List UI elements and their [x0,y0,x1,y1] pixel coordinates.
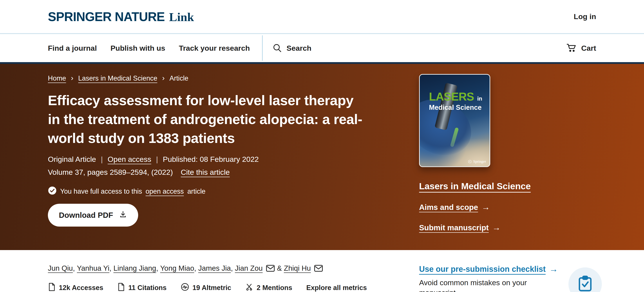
access-note-pre: You have full access to this [60,188,142,195]
author-link[interactable]: Linlang Jiang [113,263,156,273]
article-meta: Original Article | Open access | Publish… [48,155,399,164]
header-nav: Find a journalPublish with usTrack your … [0,34,644,62]
springer-nature-logo[interactable]: SPRINGER NATURE Link [48,9,194,24]
metric-text: 12k Accesses [59,284,103,292]
metric-accesses: 12k Accesses [48,283,103,292]
author-link[interactable]: James Jia [198,263,231,273]
aims-and-scope-label[interactable]: Aims and scope [419,203,478,212]
open-access-link[interactable]: Open access [108,155,151,164]
nav-item-find-a-journal[interactable]: Find a journal [48,44,97,52]
breadcrumb: Home›Lasers in Medical Science›Article [48,74,399,82]
explore-all-metrics-link[interactable]: Explore all metrics [306,284,367,292]
altmetric-icon [180,283,189,292]
arrow-right-icon: → [492,223,500,232]
nav-divider [262,35,263,61]
author-link[interactable]: Zhiqi Hu [284,263,311,273]
file-icon [48,283,56,292]
metric-text: 19 Altmetric [192,284,231,292]
journal-name-link[interactable]: Lasers in Medical Science [419,181,531,191]
author-link[interactable]: Jun Qiu [48,263,73,273]
arrow-right-icon: → [482,202,490,212]
springer-publisher-logo: Springer [468,159,486,164]
springer-publisher-label: Springer [473,159,486,164]
submit-manuscript-label[interactable]: Submit manuscript [419,223,489,232]
author-separator: , [194,263,198,273]
metric-text: 2 Mentions [257,284,292,292]
author-separator: , [156,263,160,273]
author-separator: , [73,263,77,273]
article-type: Original Article [48,155,96,164]
cart-button[interactable]: Cart [566,43,596,53]
aims-and-scope-link[interactable]: Aims and scope → [419,202,596,212]
cite-article-link[interactable]: Cite this article [181,168,230,177]
article-hero: Home›Lasers in Medical Science›Article E… [0,62,644,250]
checklist-link-label[interactable]: Use our pre-submission checklist [419,265,546,274]
search-button[interactable]: Search [272,43,311,53]
email-author-icon[interactable] [266,264,275,272]
logo-suffix: Link [169,10,194,24]
metrics-row: 12k Accesses11 Citations19 Altmetric2 Me… [48,283,399,292]
metric-text: 11 Citations [128,284,166,292]
nav-item-track-your-research[interactable]: Track your research [179,44,250,52]
meta-separator: | [156,155,158,164]
author-separator: , [231,263,235,273]
author-separator: , [110,263,113,273]
author-link[interactable]: Yanhua Yi [77,263,110,273]
login-button[interactable]: Log in [574,12,596,21]
authors-line: Jun Qiu, Yanhua Yi, Linlang Jiang, Yong … [48,263,399,273]
author-link[interactable]: Yong Miao [160,263,194,273]
cover-title: LASERS in Medical Science [429,90,482,112]
volume-line: Volume 37, pages 2589–2594, (2022) Cite … [48,168,399,177]
logo-text: SPRINGER NATURE [48,9,165,24]
cart-label: Cart [581,44,596,52]
clipboard-check-icon [578,275,593,292]
nav-items: Find a journalPublish with usTrack your … [48,44,250,52]
file-icon [117,283,125,292]
header-top: SPRINGER NATURE Link Log in [0,0,644,33]
submit-manuscript-link[interactable]: Submit manuscript → [419,223,596,232]
nav-item-publish-with-us[interactable]: Publish with us [110,44,165,52]
author-link[interactable]: Jian Zou [235,263,263,273]
access-note: You have full access to this open access… [48,186,399,197]
volume-pages: Volume 37, pages 2589–2594, (2022) [48,168,173,177]
author-separator: & [275,263,284,273]
journal-cover[interactable]: LASERS in Medical Science Springer [419,74,490,167]
article-info-section: Jun Qiu, Yanhua Yi, Linlang Jiang, Yong … [0,250,644,292]
check-circle-icon [48,186,57,197]
cover-title-lasers: LASERS [429,90,474,103]
access-note-post: article [187,188,206,195]
breadcrumb-lasers-in-medical-science[interactable]: Lasers in Medical Science [78,74,157,82]
breadcrumb-home[interactable]: Home [48,74,66,82]
breadcrumb-article: Article [169,74,188,82]
cart-icon [566,43,577,53]
search-label: Search [286,44,311,52]
article-title: Efficacy assessment for low-level laser … [48,91,368,148]
open-access-note-link[interactable]: open access [146,188,184,195]
cover-title-in: in [477,95,482,102]
metric-mentions: 2 Mentions [245,283,292,292]
search-icon [272,43,282,53]
checklist-subtitle: Avoid common mistakes on your manuscript… [419,278,542,292]
download-icon [119,210,127,220]
meta-separator: | [101,155,103,164]
email-author-icon[interactable] [314,264,323,272]
metric-citations: 11 Citations [117,283,166,292]
download-pdf-button[interactable]: Download PDF [48,204,138,227]
pre-submission-checklist-link[interactable]: Use our pre-submission checklist → [419,264,596,274]
chevron-right-icon: › [71,73,73,82]
published-date: Published: 08 February 2022 [163,155,259,164]
metric-altmetric: 19 Altmetric [180,283,231,292]
chevron-right-icon: › [162,73,164,82]
download-pdf-label: Download PDF [59,211,113,220]
cover-title-medical-science: Medical Science [429,104,482,112]
mentions-icon [245,283,254,292]
arrow-right-icon: → [549,264,558,274]
